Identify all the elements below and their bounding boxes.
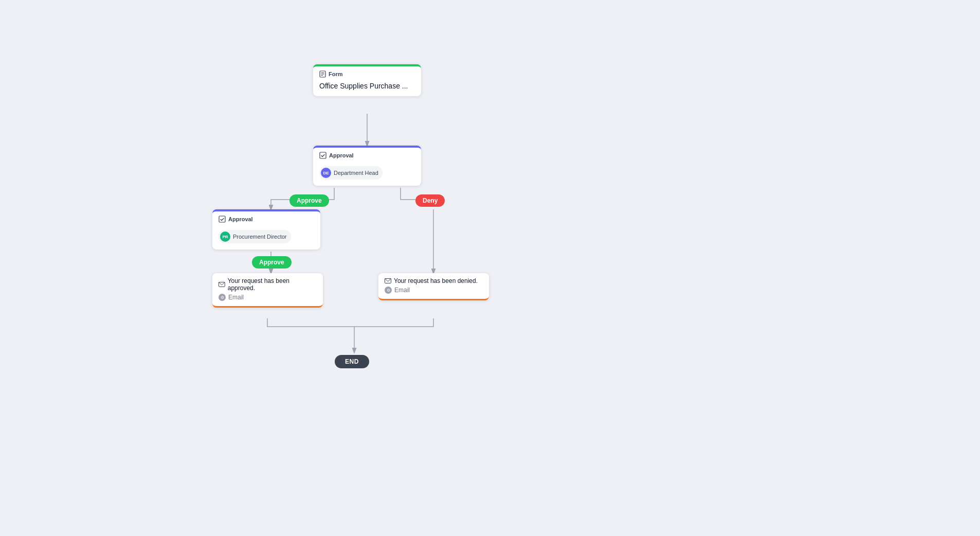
approval1-type-label: Approval bbox=[329, 152, 354, 158]
approval-icon-2 bbox=[219, 216, 226, 223]
approval1-body: DE Department Head bbox=[313, 161, 421, 186]
workflow-canvas: Form Office Supplies Purchase ... Approv… bbox=[0, 0, 980, 536]
approval2-header: Approval bbox=[212, 211, 320, 225]
email-approved-icon bbox=[219, 282, 225, 287]
email-approved-subject: Your request has been approved. bbox=[212, 273, 323, 294]
email-denied-subject: Your request has been denied. bbox=[378, 273, 489, 287]
form-node[interactable]: Form Office Supplies Purchase ... bbox=[313, 64, 421, 96]
approval2-assignee-name: Procurement Director bbox=[233, 234, 287, 240]
approval1-header: Approval bbox=[313, 148, 421, 161]
approve-button-1[interactable]: Approve bbox=[289, 194, 329, 207]
svg-rect-10 bbox=[320, 152, 326, 158]
approve-button-2[interactable]: Approve bbox=[252, 256, 292, 269]
approval1-assignee-name: Department Head bbox=[334, 170, 378, 176]
email-approved-plugin-icon: ⚙ bbox=[219, 294, 226, 301]
approval1-assignee-badge: DE Department Head bbox=[319, 166, 383, 180]
approval2-avatar: PR bbox=[220, 231, 230, 242]
email-approved-node[interactable]: Your request has been approved. ⚙ Email bbox=[212, 273, 323, 308]
form-type-label: Form bbox=[329, 71, 343, 77]
end-node: END bbox=[335, 355, 369, 368]
form-node-body: Office Supplies Purchase ... bbox=[313, 80, 421, 96]
email-denied-node[interactable]: Your request has been denied. ⚙ Email bbox=[378, 273, 489, 300]
deny-button[interactable]: Deny bbox=[415, 194, 445, 207]
form-icon bbox=[319, 70, 326, 78]
form-node-header: Form bbox=[313, 66, 421, 80]
flow-arrows bbox=[0, 0, 980, 536]
svg-rect-11 bbox=[219, 216, 225, 222]
email-approved-provider: ⚙ Email bbox=[212, 294, 323, 306]
approval2-body: PR Procurement Director bbox=[212, 225, 320, 249]
form-title: Office Supplies Purchase ... bbox=[319, 82, 415, 90]
approval-icon-1 bbox=[319, 152, 326, 159]
approval1-avatar: DE bbox=[321, 168, 331, 178]
approval-node-1[interactable]: Approval DE Department Head bbox=[313, 146, 421, 186]
email-denied-provider: ⚙ Email bbox=[378, 287, 489, 299]
approval-node-2[interactable]: Approval PR Procurement Director bbox=[212, 209, 320, 249]
approval2-type-label: Approval bbox=[228, 216, 253, 222]
approval2-assignee-badge: PR Procurement Director bbox=[219, 230, 291, 243]
email-denied-plugin-icon: ⚙ bbox=[385, 287, 392, 294]
email-denied-icon bbox=[385, 278, 391, 283]
